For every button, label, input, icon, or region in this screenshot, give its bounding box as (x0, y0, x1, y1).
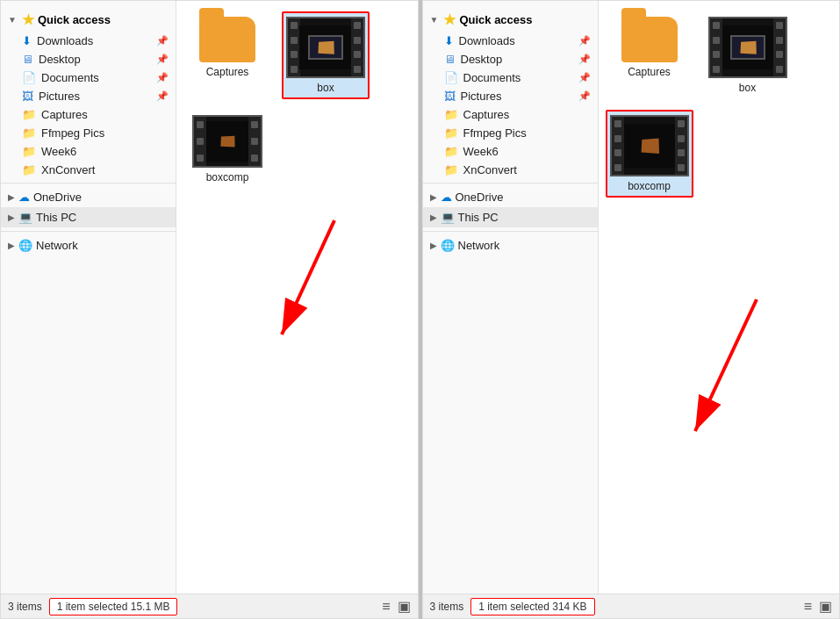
right-network-row[interactable]: ▶ 🌐 Network (423, 235, 598, 256)
left-download-icon: ⬇ (22, 34, 32, 47)
right-onedrive-row[interactable]: ▶ ☁ OneDrive (423, 187, 598, 207)
right-captures-label: Captures (463, 108, 510, 121)
right-thispc-chevron: ▶ (430, 212, 437, 222)
right-sidebar-desktop[interactable]: 🖥 Desktop 📌 (423, 50, 598, 68)
left-onedrive-chevron: ▶ (8, 192, 15, 202)
left-network-row[interactable]: ▶ 🌐 Network (1, 235, 176, 256)
left-boxcomp-3d (220, 136, 234, 148)
right-box-filmstrip-right (773, 18, 786, 76)
right-download-icon: ⬇ (444, 34, 454, 47)
left-box-screen (308, 35, 343, 60)
left-thispc-chevron: ▶ (8, 212, 15, 222)
right-boxcomp-filmstrip-right (675, 117, 687, 175)
right-thispc-row[interactable]: ▶ 💻 This PC (423, 207, 598, 227)
left-box-hole5 (354, 22, 361, 29)
left-documents-icon: 📄 (22, 71, 36, 84)
right-onedrive-icon: ☁ (441, 191, 452, 204)
left-box-hole7 (354, 51, 361, 58)
left-quick-access-chevron: ▼ (8, 15, 17, 25)
left-list-view-icon[interactable]: ≡ (382, 599, 390, 615)
right-selected-text: 1 item selected 314 KB (478, 601, 586, 613)
left-thispc-icon: 💻 (18, 211, 32, 224)
left-desktop-pin: 📌 (156, 54, 169, 65)
right-sidebar-pictures[interactable]: 🖼 Pictures 📌 (423, 87, 598, 105)
right-list-view-icon[interactable]: ≡ (804, 599, 812, 615)
left-captures-name: Captures (206, 66, 249, 78)
svg-line-1 (282, 220, 334, 335)
left-arrow-overlay (247, 212, 378, 352)
right-quick-access-header[interactable]: ▼ ★ Quick access (423, 8, 598, 32)
left-documents-pin: 📌 (156, 72, 169, 83)
svg-line-3 (695, 299, 757, 431)
left-sidebar-documents[interactable]: 📄 Documents 📌 (1, 68, 176, 87)
left-xnconvert-label: XnConvert (41, 163, 95, 176)
right-file-captures[interactable]: Captures (606, 11, 693, 99)
left-sidebar-desktop[interactable]: 🖥 Desktop 📌 (1, 50, 176, 68)
right-panel: ▼ ★ Quick access ⬇ Downloads 📌 🖥 Desktop… (422, 0, 841, 619)
left-bc-hole3 (197, 155, 204, 162)
right-sidebar-downloads[interactable]: ⬇ Downloads 📌 (423, 32, 598, 50)
right-box-hole7 (776, 51, 783, 58)
right-sidebar-xnconvert[interactable]: 📁 XnConvert (423, 161, 598, 179)
left-sidebar-downloads[interactable]: ⬇ Downloads 📌 (1, 32, 176, 50)
left-bc-hole4 (251, 121, 258, 128)
left-box-hole8 (354, 66, 361, 73)
right-sidebar-divider2 (423, 231, 598, 232)
left-quick-access-header[interactable]: ▼ ★ Quick access (1, 8, 176, 32)
left-thispc-row[interactable]: ▶ 💻 This PC (1, 207, 176, 227)
left-items-count: 3 items (8, 601, 42, 613)
left-sidebar-week6[interactable]: 📁 Week6 (1, 142, 176, 161)
right-onedrive-label: OneDrive (456, 191, 504, 204)
left-grid-view-icon[interactable]: ▣ (398, 598, 411, 615)
left-sidebar-pictures[interactable]: 🖼 Pictures 📌 (1, 87, 176, 105)
left-network-icon: 🌐 (18, 239, 32, 252)
left-sidebar-captures[interactable]: 📁 Captures (1, 105, 176, 124)
right-grid-view-icon[interactable]: ▣ (819, 598, 832, 615)
left-pictures-icon: 🖼 (22, 90, 33, 103)
left-boxcomp-filmstrip-right (248, 117, 261, 166)
left-downloads-pin: 📌 (156, 35, 169, 47)
left-selected-badge: 1 item selected 15.1 MB (49, 598, 178, 615)
left-file-boxcomp[interactable]: boxcomp (183, 110, 271, 189)
left-onedrive-row[interactable]: ▶ ☁ OneDrive (1, 187, 176, 207)
right-arrow-overlay (643, 291, 801, 449)
left-content-area: Captures (176, 1, 418, 199)
left-sidebar-divider1 (1, 183, 176, 184)
right-boxcomp-label: boxcomp (628, 180, 671, 192)
left-ffmpeg-icon: 📁 (22, 126, 36, 140)
left-captures-label: Captures (41, 108, 88, 121)
right-items-count: 3 items (430, 601, 464, 613)
right-sidebar-captures[interactable]: 📁 Captures (423, 105, 598, 124)
right-captures-name: Captures (628, 66, 671, 78)
right-boxcomp-inner (623, 124, 676, 168)
right-week6-label: Week6 (463, 145, 499, 158)
right-file-box[interactable]: box (704, 11, 792, 99)
right-boxcomp-3d (641, 139, 659, 154)
left-box-hole2 (291, 37, 298, 44)
left-sidebar-ffmpeg[interactable]: 📁 Ffmpeg Pics (1, 124, 176, 142)
left-box-filmstrip-right (351, 18, 363, 76)
right-sidebar-divider1 (423, 183, 598, 184)
left-sidebar-xnconvert[interactable]: 📁 XnConvert (1, 161, 176, 179)
left-xnconvert-icon: 📁 (22, 163, 36, 176)
left-bc-hole1 (197, 121, 204, 128)
right-bc-hole5 (678, 120, 685, 127)
left-file-captures[interactable]: Captures (183, 11, 271, 99)
right-sidebar-ffmpeg[interactable]: 📁 Ffmpeg Pics (423, 124, 598, 142)
left-box-filmstrip-left (288, 18, 300, 76)
right-box-screen (730, 35, 765, 60)
right-pictures-label: Pictures (461, 90, 502, 103)
right-box-hole5 (776, 22, 783, 29)
right-sidebar-documents[interactable]: 📄 Documents 📌 (423, 68, 598, 87)
right-bc-hole2 (614, 135, 621, 142)
right-ffmpeg-icon: 📁 (444, 126, 458, 140)
left-content-wrapper: Captures (176, 1, 418, 594)
left-file-box[interactable]: box (282, 11, 370, 99)
left-box-video-inner (299, 25, 352, 69)
left-boxcomp-label: boxcomp (206, 171, 249, 184)
right-network-label: Network (458, 239, 500, 252)
right-documents-pin: 📌 (578, 72, 591, 83)
right-file-boxcomp[interactable]: boxcomp (606, 110, 693, 198)
right-quick-access-label: Quick access (459, 13, 532, 26)
right-sidebar-week6[interactable]: 📁 Week6 (423, 142, 598, 161)
